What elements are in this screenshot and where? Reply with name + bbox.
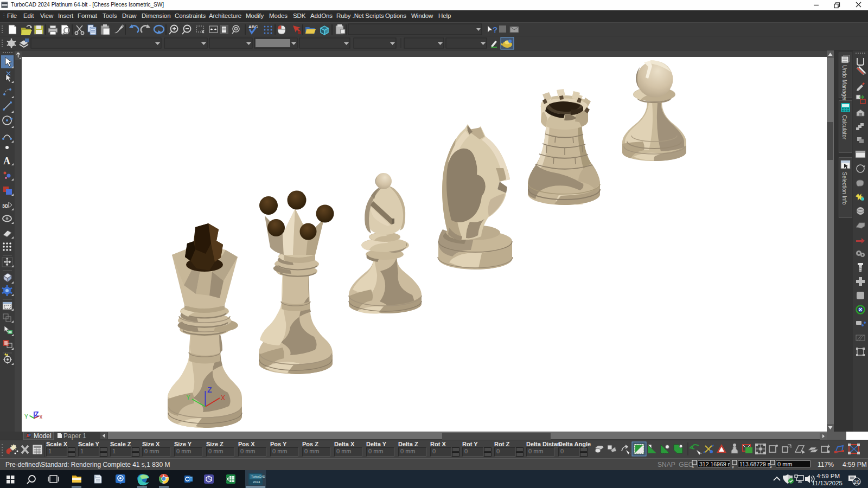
svg-text:Z: Z: [35, 410, 39, 418]
svg-text:z: z: [770, 464, 772, 468]
svg-text:x: x: [40, 414, 42, 420]
svg-text:20: 20: [854, 479, 860, 485]
svg-text:Paper 1: Paper 1: [63, 432, 86, 440]
svg-text:3D: 3D: [2, 203, 9, 209]
svg-text:Y: Y: [186, 394, 190, 401]
svg-text:11/13/2025: 11/13/2025: [812, 480, 843, 486]
svg-text:ABC: ABC: [248, 24, 258, 29]
svg-text:Z: Z: [207, 386, 212, 394]
svg-text:x: x: [692, 464, 694, 468]
svg-text:y: y: [732, 464, 734, 468]
svg-text:TurboCAD: TurboCAD: [251, 475, 265, 478]
svg-text:X: X: [221, 394, 225, 402]
svg-text:?: ?: [493, 25, 497, 34]
svg-text:4:59 PM: 4:59 PM: [816, 473, 840, 479]
svg-text:Model: Model: [34, 432, 52, 440]
svg-text:2024: 2024: [253, 480, 260, 484]
svg-text:Y: Y: [24, 414, 28, 420]
svg-text:A: A: [3, 156, 10, 166]
